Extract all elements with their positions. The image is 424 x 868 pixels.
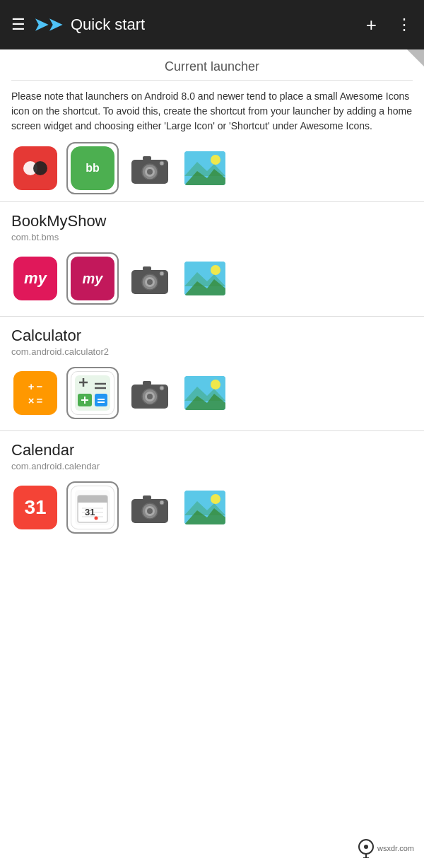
svg-point-38 bbox=[160, 386, 164, 390]
svg-point-55 bbox=[147, 508, 153, 514]
svg-rect-6 bbox=[143, 156, 151, 160]
svg-rect-46 bbox=[78, 500, 107, 503]
svg-point-5 bbox=[147, 169, 153, 175]
calculator-icon-row: + − × = bbox=[11, 367, 413, 419]
page-title: Quick start bbox=[71, 16, 358, 34]
svg-point-17 bbox=[160, 271, 164, 276]
launcher-icon-2-inner: bb bbox=[71, 146, 114, 190]
notice-text: Please note that launchers on Android 8.… bbox=[11, 89, 413, 134]
calculator-section: Calculator com.android.calculator2 + − ×… bbox=[0, 317, 424, 431]
current-launcher-section: Current launcher Please note that launch… bbox=[0, 49, 424, 202]
svg-point-21 bbox=[211, 265, 220, 275]
bms-icon-selected[interactable]: my bbox=[66, 252, 119, 305]
landscape-icon-4[interactable] bbox=[181, 483, 229, 532]
launcher-icon-2-selected[interactable]: bb bbox=[66, 142, 119, 194]
calendar-section: Calendar com.android.calendar 31 bbox=[0, 431, 424, 545]
current-launcher-header: Current launcher bbox=[11, 59, 413, 74]
quick-start-icon: ➤➤ bbox=[34, 15, 62, 35]
cal-icon-inner: 31 bbox=[13, 486, 57, 529]
add-icon[interactable]: + bbox=[366, 14, 377, 36]
landscape-icon-3[interactable] bbox=[181, 369, 229, 417]
landscape-icon-2[interactable] bbox=[181, 254, 229, 303]
camera-icon-4[interactable] bbox=[126, 483, 174, 532]
launcher-icon-1[interactable] bbox=[11, 144, 59, 192]
calc-icon-inner: + − × = bbox=[13, 371, 57, 415]
menu-icon[interactable]: ☰ bbox=[11, 16, 25, 34]
bms-icon-inner: my bbox=[13, 257, 57, 300]
svg-point-7 bbox=[160, 161, 164, 165]
svg-point-42 bbox=[211, 380, 220, 389]
cal-icon-selected[interactable]: 31 bbox=[66, 481, 119, 534]
svg-point-61 bbox=[211, 494, 220, 504]
svg-point-65 bbox=[364, 845, 368, 849]
svg-text:31: 31 bbox=[85, 507, 95, 517]
svg-point-1 bbox=[33, 161, 47, 175]
svg-point-11 bbox=[211, 155, 220, 165]
svg-rect-56 bbox=[143, 495, 151, 500]
bms-icon-label: my bbox=[83, 271, 103, 287]
svg-point-15 bbox=[147, 279, 153, 285]
watermark-text: wsxdr.com bbox=[377, 844, 414, 852]
camera-icon-3[interactable] bbox=[126, 369, 174, 417]
calculator-package: com.android.calculator2 bbox=[11, 346, 413, 357]
calendar-icon-row: 31 31 bbox=[11, 481, 413, 534]
calculator-name: Calculator bbox=[11, 327, 413, 345]
topbar: ☰ ➤➤ Quick start + ⋮ bbox=[0, 0, 424, 49]
svg-rect-16 bbox=[143, 266, 151, 271]
corner-decoration bbox=[407, 49, 424, 66]
calc-icon-original[interactable]: + − × = bbox=[11, 369, 59, 417]
watermark: wsxdr.com bbox=[358, 838, 414, 858]
bookmyshow-icon-row: my my bbox=[11, 252, 413, 305]
calendar-name: Calendar bbox=[11, 441, 413, 459]
calc-icon-selected[interactable] bbox=[66, 367, 119, 419]
calendar-package: com.android.calendar bbox=[11, 461, 413, 471]
more-options-icon[interactable]: ⋮ bbox=[396, 16, 413, 34]
svg-rect-37 bbox=[143, 381, 151, 385]
landscape-icon-1[interactable] bbox=[181, 144, 229, 192]
camera-icon-1[interactable] bbox=[126, 144, 174, 192]
bms-icon-original[interactable]: my bbox=[11, 254, 59, 303]
svg-point-57 bbox=[160, 500, 164, 505]
bookmyshow-section: BookMyShow com.bt.bms my my bbox=[0, 202, 424, 317]
bookmyshow-name: BookMyShow bbox=[11, 212, 413, 230]
svg-point-51 bbox=[95, 517, 98, 520]
bookmyshow-package: com.bt.bms bbox=[11, 232, 413, 242]
camera-icon-2[interactable] bbox=[126, 254, 174, 303]
svg-point-36 bbox=[147, 394, 153, 399]
cal-icon-original[interactable]: 31 bbox=[11, 483, 59, 532]
launcher-icon-row: bb bbox=[11, 142, 413, 194]
